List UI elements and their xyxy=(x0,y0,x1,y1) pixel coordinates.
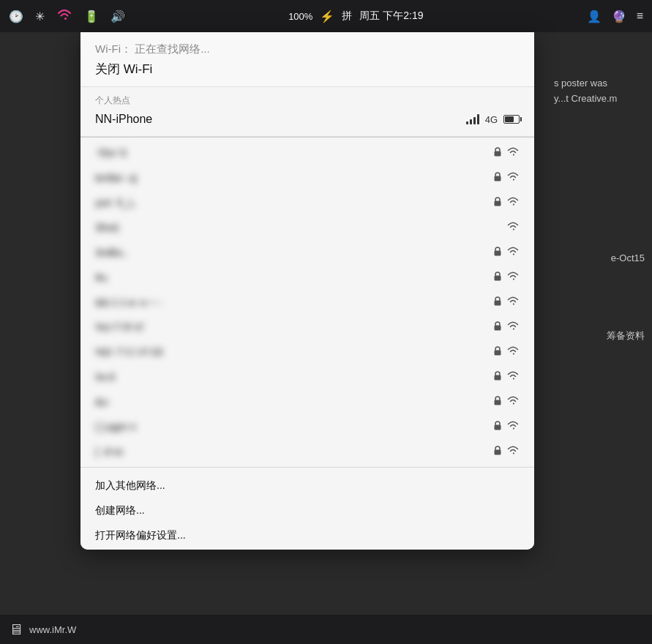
svg-rect-10 xyxy=(495,424,501,430)
wifi-signal-icon xyxy=(506,395,520,408)
network-item[interactable]: yori ·5_L. xyxy=(80,190,534,215)
network-icons xyxy=(493,395,520,409)
network-icons xyxy=(493,445,520,459)
network-icons xyxy=(493,420,520,434)
hotspot-section: 个人热点 NN-iPhone 4G xyxy=(80,87,534,137)
svg-rect-7 xyxy=(495,350,501,355)
wifi-panel: Wi-Fi： 正在查找网络... 关闭 Wi-Fi 个人热点 NN-iPhone… xyxy=(80,32,534,550)
network-item[interactable]: &&·1·1·a··u·~··· xyxy=(80,290,534,315)
screen-bar-url: www.iMr.W xyxy=(29,624,76,635)
wifi-menubar-icon[interactable] xyxy=(56,8,72,25)
wifi-signal-icon xyxy=(506,271,520,284)
signal-bar-2 xyxy=(470,119,472,124)
wifi-signal-icon xyxy=(506,296,520,309)
screen-bar: 🖥 www.iMr.W xyxy=(0,615,652,644)
svg-rect-4 xyxy=(495,275,501,280)
wifi-signal-icon xyxy=(506,171,520,184)
network-name: yori ·5_L. xyxy=(95,197,138,209)
network-name: ·²De·¹3 xyxy=(95,147,127,159)
network-item[interactable]: &u· xyxy=(80,389,534,414)
bottom-link-2[interactable]: 打开网络偏好设置... xyxy=(80,523,534,548)
volume-icon: 🔊 xyxy=(110,10,125,23)
menu-icon[interactable]: ≡ xyxy=(637,10,643,23)
wifi-signal-icon xyxy=(506,246,520,259)
svg-rect-0 xyxy=(495,151,501,156)
network-name: &&·1·1·a··u·~··· xyxy=(95,296,163,308)
network-icons xyxy=(493,370,520,384)
network-item[interactable]: %U·T·R·V/ xyxy=(80,315,534,340)
svg-rect-3 xyxy=(495,250,501,255)
network-item[interactable]: 3hnd. xyxy=(80,215,534,240)
wifi-header: Wi-Fi： 正在查找网络... 关闭 Wi-Fi xyxy=(80,32,534,87)
lock-icon xyxy=(493,370,502,384)
menubar-center: 100% ⚡ 拼 周五 下午2:19 xyxy=(288,10,423,23)
network-item[interactable]: %D··T·C·I·F·03 xyxy=(80,340,534,364)
svg-rect-11 xyxy=(495,449,501,454)
battery-percent: 100% xyxy=(288,11,312,22)
network-item[interactable]: ·²De·¹3 xyxy=(80,141,534,165)
signal-bar-1 xyxy=(466,121,468,124)
wifi-signal-icon xyxy=(506,221,520,234)
signal-bar-3 xyxy=(473,117,476,124)
bottom-link-0[interactable]: 加入其他网络... xyxy=(80,473,534,498)
lock-icon xyxy=(493,271,502,285)
network-name: { ·d·vs xyxy=(95,446,123,457)
network-icons xyxy=(493,146,520,160)
network-name: ienfan ·uj xyxy=(95,172,137,184)
network-item[interactable]: { ·d·vs xyxy=(80,439,534,464)
lock-icon xyxy=(493,146,502,160)
network-item[interactable]: 3ndks.. xyxy=(80,240,534,265)
network-icons xyxy=(493,246,520,260)
network-item[interactable]: ¥u. xyxy=(80,265,534,290)
hotspot-label: 个人热点 xyxy=(95,94,520,107)
network-icons xyxy=(493,321,520,334)
menubar: 🕑 ✳ 🔋 🔊 100% ⚡ 拼 周五 下午2:19 👤 🔮 ≡ xyxy=(0,0,652,32)
lock-icon xyxy=(493,296,502,310)
bg-prepare-text: 筹备资料 xyxy=(607,329,645,342)
wifi-signal-icon xyxy=(506,445,520,458)
lock-icon xyxy=(493,171,502,185)
bottom-section: 加入其他网络...创建网络...打开网络偏好设置... xyxy=(80,467,534,550)
network-name: &u· xyxy=(95,396,110,408)
menubar-right: 👤 🔮 ≡ xyxy=(587,10,643,23)
wifi-searching-row: Wi-Fi： 正在查找网络... xyxy=(95,42,520,56)
network-list: ·²De·¹3 ienfan ·uj yori ·5_L. 3hnd. 3ndk… xyxy=(80,138,534,467)
hotspot-battery-icon xyxy=(503,115,520,124)
bottom-link-1[interactable]: 创建网络... xyxy=(80,498,534,523)
network-item[interactable]: { }·pgm n xyxy=(80,414,534,439)
network-item[interactable]: ienfan ·uj xyxy=(80,165,534,190)
network-icons xyxy=(506,221,520,234)
clock-icon: 🕑 xyxy=(9,10,23,23)
lock-icon xyxy=(493,246,502,260)
network-name: /w·d· xyxy=(95,371,117,383)
datetime: 周五 下午2:19 xyxy=(359,10,423,23)
network-name: ¥u. xyxy=(95,272,109,283)
wifi-signal-icon xyxy=(506,196,520,209)
svg-rect-9 xyxy=(495,400,501,405)
lock-icon xyxy=(493,321,502,334)
wifi-signal-icon xyxy=(506,345,520,359)
hotspot-name: NN-iPhone xyxy=(95,113,152,126)
network-icons xyxy=(493,271,520,285)
signal-bar-4 xyxy=(477,114,479,124)
svg-rect-1 xyxy=(495,176,501,181)
bluetooth-icon: ✳ xyxy=(35,10,45,23)
bg-poster-text: s poster was y...t Creative.m xyxy=(550,73,652,110)
lock-icon xyxy=(493,196,502,210)
wifi-close-button[interactable]: 关闭 Wi-Fi xyxy=(95,59,520,79)
network-icons xyxy=(493,345,520,359)
wifi-signal-icon xyxy=(506,370,520,383)
network-icons xyxy=(493,296,520,310)
lock-icon xyxy=(493,420,502,434)
hotspot-item[interactable]: NN-iPhone 4G xyxy=(95,110,520,129)
network-icons xyxy=(493,171,520,185)
svg-rect-5 xyxy=(495,300,501,305)
svg-rect-6 xyxy=(495,325,501,330)
lock-icon xyxy=(493,445,502,459)
network-name: 3ndks.. xyxy=(95,247,128,258)
svg-rect-2 xyxy=(495,201,501,206)
network-item[interactable]: /w·d· xyxy=(80,364,534,389)
lock-icon xyxy=(493,345,502,359)
user-icon[interactable]: 👤 xyxy=(587,10,602,23)
siri-icon[interactable]: 🔮 xyxy=(612,10,626,23)
